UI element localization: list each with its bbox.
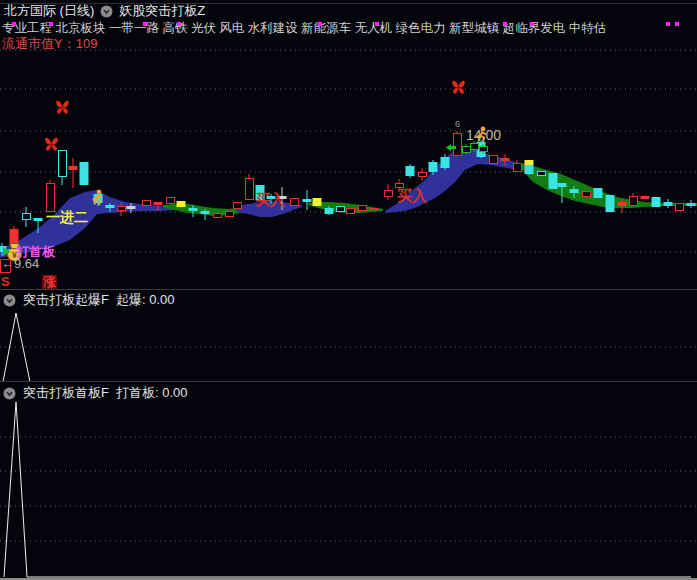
chart-label: 6 (455, 120, 460, 129)
tag-highlight-dot (318, 22, 322, 26)
candle (291, 199, 299, 206)
tag-highlight-dot (12, 22, 16, 26)
candle (106, 205, 115, 208)
candle (201, 211, 210, 214)
candle (471, 144, 479, 150)
candle (501, 158, 510, 161)
candle (525, 160, 534, 165)
chart-label: 14.00 (466, 128, 501, 143)
candle (47, 184, 55, 212)
candle (454, 134, 462, 156)
chevron-down-icon[interactable] (3, 294, 16, 307)
candle (630, 197, 638, 206)
panel-indicator-value: 起爆: 0.00 (116, 291, 175, 309)
candle (652, 197, 661, 207)
title-bar: 北方国际 (日线) 妖股突击打板Z (4, 2, 205, 20)
candle (303, 199, 312, 202)
candle (441, 157, 450, 168)
candle (23, 214, 31, 220)
candle (347, 209, 355, 214)
candle (570, 189, 579, 193)
candle (154, 202, 163, 205)
main-indicator-name[interactable]: 妖股突击打板Z (119, 2, 205, 20)
candle (234, 203, 242, 209)
tag-highlight-dot (666, 22, 670, 26)
panel-indicator-name: 突击打板首板F (23, 384, 109, 402)
candle (549, 173, 558, 189)
tag-highlight-dot (177, 22, 181, 26)
candle (641, 196, 650, 199)
candle (406, 166, 415, 176)
tag-highlight-dot (143, 22, 147, 26)
candle (359, 206, 367, 211)
candle (337, 207, 345, 212)
tag-highlight-dot (375, 22, 379, 26)
candle (480, 147, 488, 152)
candle (514, 164, 522, 172)
candle (214, 214, 222, 218)
chart-label: 涨 (42, 275, 57, 289)
candle (313, 198, 322, 206)
panel-indicator-value: 打首板: 0.00 (116, 384, 188, 402)
panel-separator (0, 381, 697, 382)
indicator-spike (4, 402, 27, 577)
concept-tags[interactable]: 专业工程 北京板块 一带一路 高铁 光伏 风电 水利建设 新能源车 无人机 绿色… (2, 20, 697, 37)
candle (59, 151, 67, 177)
candle (664, 202, 673, 206)
candle (370, 208, 379, 210)
candle (429, 162, 438, 172)
candle (177, 201, 186, 207)
chevron-down-icon[interactable] (100, 5, 113, 18)
tag-highlight-dot (530, 22, 534, 26)
chart-label: ←9.64 (1, 257, 39, 271)
candle (34, 218, 43, 221)
candle (490, 156, 498, 164)
candle (538, 172, 546, 176)
candle (583, 192, 591, 197)
candle (594, 188, 603, 198)
candle (189, 208, 198, 211)
tag-highlight-dot (503, 22, 507, 26)
candle (226, 212, 234, 217)
market-cap-value: 流通市值Y：109 (2, 35, 97, 53)
candle (606, 195, 615, 212)
candle (80, 162, 89, 185)
candle (463, 147, 471, 153)
candle (246, 179, 254, 200)
main-chart-canvas[interactable]: ¥ (0, 0, 697, 580)
candle (558, 183, 567, 187)
candle (167, 198, 175, 204)
panel-indicator-name: 突击打板起爆F (23, 291, 109, 309)
candle (419, 173, 427, 177)
chart-label: S (1, 275, 10, 289)
candle (118, 207, 126, 211)
candle (325, 208, 334, 214)
chart-label: 一进二 (46, 210, 88, 225)
tag-highlight-dot (675, 22, 679, 26)
candle (525, 165, 534, 174)
app-window: ¥ 北方国际 (日线) 妖股突击打板Z 专业工程 北京板块 一带一路 高铁 光伏… (0, 0, 697, 580)
candle (143, 201, 151, 206)
candle (676, 204, 684, 211)
candle (618, 202, 627, 206)
runner-icon (97, 190, 102, 195)
stock-title: 北方国际 (日线) (4, 2, 94, 20)
candle (687, 203, 696, 206)
chart-label: 买入 (397, 188, 427, 204)
chevron-down-icon[interactable] (3, 387, 16, 400)
panel-separator (0, 289, 697, 290)
panel-header-qibao[interactable]: 突击打板起爆F 起爆: 0.00 (3, 291, 174, 309)
panel-header-shouban[interactable]: 突击打板首板F 打首板: 0.00 (3, 384, 187, 402)
tag-highlight-dot (49, 22, 53, 26)
candle (127, 206, 136, 209)
candle (385, 191, 393, 197)
candle (69, 166, 78, 170)
chart-label: 买入 (255, 192, 285, 208)
